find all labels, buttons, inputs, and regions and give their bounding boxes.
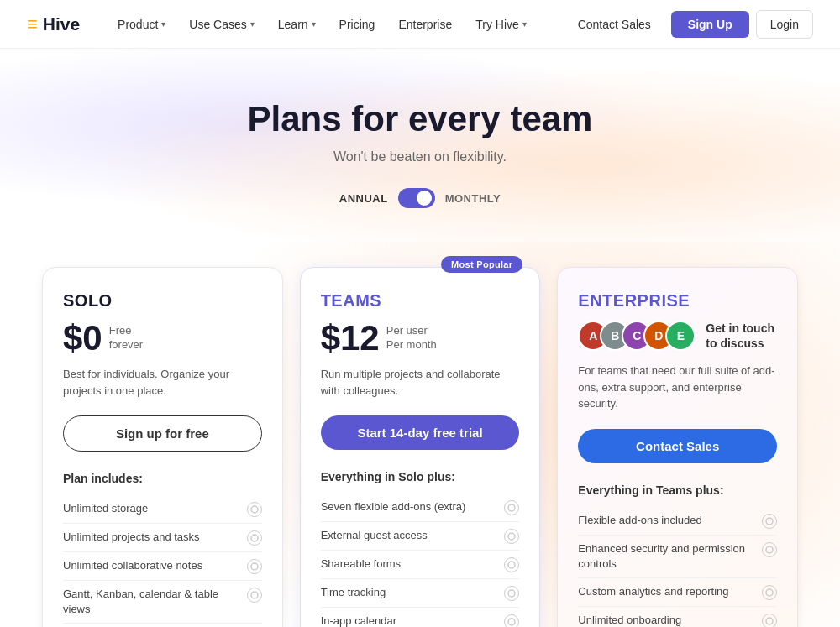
solo-description: Best for individuals. Organize your proj… — [63, 366, 262, 399]
check-icon — [504, 614, 519, 627]
solo-cta-button[interactable]: Sign up for free — [63, 415, 262, 452]
monthly-label: MONTHLY — [445, 192, 501, 205]
logo-icon: ≡ — [27, 13, 38, 35]
hero-section: Plans for every team Won't be beaten on … — [0, 49, 840, 242]
svg-point-0 — [251, 506, 258, 513]
solo-plan-card: SOLO $0 Free forever Best for individual… — [42, 267, 283, 627]
navbar: ≡ Hive Product ▾ Use Cases ▾ Learn ▾ Pri… — [0, 0, 840, 49]
nav-product[interactable]: Product ▾ — [108, 13, 176, 36]
nav-actions: Contact Sales Sign Up Login — [564, 10, 813, 39]
enterprise-team-row: A B C D E Get in touch to discuss — [578, 321, 777, 351]
list-item: Unlimited storage — [63, 495, 262, 523]
check-icon — [762, 514, 777, 529]
hero-subtitle: Won't be beaten on flexibility. — [17, 149, 823, 165]
enterprise-features-header: Everything in Teams plus: — [578, 483, 777, 497]
check-icon — [247, 559, 262, 574]
svg-point-12 — [508, 590, 515, 597]
solo-price-label-2: forever — [109, 338, 143, 353]
list-item: Flexible add-ons included — [578, 507, 777, 535]
check-icon — [504, 529, 519, 544]
billing-toggle-switch[interactable] — [398, 188, 435, 208]
avatar: E — [665, 321, 696, 351]
solo-price-amount: $0 — [63, 321, 102, 356]
list-item: Unlimited projects and tasks — [63, 523, 262, 551]
most-popular-badge: Most Popular — [441, 256, 522, 273]
teams-features-list: Seven flexible add-ons (extra) External … — [321, 494, 520, 627]
login-button[interactable]: Login — [756, 10, 813, 39]
teams-price-label-1: Per user — [386, 324, 437, 338]
enterprise-plan-name: ENTERPRISE — [578, 291, 777, 311]
solo-price-details: Free forever — [109, 324, 143, 356]
list-item: In-app calendar — [321, 607, 520, 627]
check-icon — [762, 614, 777, 627]
check-icon — [762, 542, 777, 557]
enterprise-avatars: A B C D E — [578, 321, 696, 351]
nav-use-cases[interactable]: Use Cases ▾ — [179, 13, 264, 36]
list-item: Time tracking — [321, 578, 520, 607]
svg-point-16 — [766, 518, 773, 525]
teams-price-label-2: Per month — [386, 338, 437, 353]
nav-learn[interactable]: Learn ▾ — [268, 13, 326, 36]
chevron-down-icon: ▾ — [250, 19, 255, 29]
enterprise-plan-card: ENTERPRISE A B C D E Get in touch to dis… — [557, 267, 798, 627]
check-icon — [504, 557, 519, 572]
svg-point-18 — [766, 589, 773, 596]
chevron-down-icon: ▾ — [312, 19, 316, 29]
svg-point-1 — [251, 535, 258, 541]
svg-point-17 — [766, 546, 773, 553]
list-item: Enhanced security and permission control… — [578, 535, 777, 577]
list-item: Email in Hive — [63, 623, 262, 627]
check-icon — [247, 588, 262, 603]
enterprise-cta-button[interactable]: Contact Sales — [578, 429, 777, 463]
billing-toggle: ANNUAL MONTHLY — [17, 188, 823, 208]
teams-plan-name: TEAMS — [321, 291, 520, 311]
nav-links: Product ▾ Use Cases ▾ Learn ▾ Pricing En… — [108, 13, 537, 36]
teams-features-header: Everything in Solo plus: — [321, 470, 520, 483]
nav-logo[interactable]: ≡ Hive — [27, 13, 80, 35]
solo-price-row: $0 Free forever — [63, 321, 262, 356]
svg-point-9 — [508, 504, 515, 511]
hero-title: Plans for every team — [17, 99, 823, 139]
plans-grid: SOLO $0 Free forever Best for individual… — [42, 267, 798, 627]
toggle-knob — [417, 191, 432, 206]
list-item: External guest access — [321, 521, 520, 550]
enterprise-features-list: Flexible add-ons included Enhanced secur… — [578, 507, 777, 627]
solo-features-list: Unlimited storage Unlimited projects and… — [63, 495, 262, 627]
teams-price-amount: $12 — [321, 321, 380, 356]
list-item: Unlimited onboarding — [578, 606, 777, 627]
check-icon — [247, 502, 262, 517]
list-item: Custom analytics and reporting — [578, 577, 777, 606]
svg-point-13 — [508, 619, 515, 625]
enterprise-description: For teams that need our full suite of ad… — [578, 363, 777, 412]
teams-description: Run multiple projects and collaborate wi… — [321, 366, 520, 399]
chevron-down-icon: ▾ — [522, 19, 527, 29]
contact-sales-button[interactable]: Contact Sales — [564, 11, 664, 38]
teams-plan-card: Most Popular TEAMS $12 Per user Per mont… — [300, 267, 541, 627]
check-icon — [504, 500, 519, 515]
list-item: Gantt, Kanban, calendar & table views — [63, 580, 262, 623]
enterprise-touch-text: Get in touch to discuss — [706, 321, 777, 351]
nav-try-hive[interactable]: Try Hive ▾ — [465, 13, 537, 36]
teams-price-details: Per user Per month — [386, 324, 437, 356]
nav-enterprise[interactable]: Enterprise — [388, 13, 462, 36]
svg-point-19 — [766, 618, 773, 624]
chevron-down-icon: ▾ — [161, 19, 165, 29]
solo-features-header: Plan includes: — [63, 472, 262, 485]
pricing-section: SOLO $0 Free forever Best for individual… — [0, 242, 840, 627]
teams-cta-button[interactable]: Start 14-day free trial — [321, 415, 520, 450]
logo-text: Hive — [43, 14, 80, 34]
check-icon — [762, 585, 777, 600]
solo-price-label-1: Free — [109, 324, 143, 338]
sign-up-button[interactable]: Sign Up — [671, 11, 749, 38]
check-icon — [247, 530, 262, 546]
svg-point-10 — [508, 533, 515, 540]
nav-pricing[interactable]: Pricing — [329, 13, 386, 36]
list-item: Shareable forms — [321, 550, 520, 578]
solo-plan-name: SOLO — [63, 291, 262, 311]
check-icon — [504, 586, 519, 601]
list-item: Unlimited collaborative notes — [63, 551, 262, 580]
svg-point-2 — [251, 563, 258, 570]
teams-price-row: $12 Per user Per month — [321, 321, 520, 356]
list-item: Seven flexible add-ons (extra) — [321, 494, 520, 521]
annual-label: ANNUAL — [339, 192, 388, 205]
